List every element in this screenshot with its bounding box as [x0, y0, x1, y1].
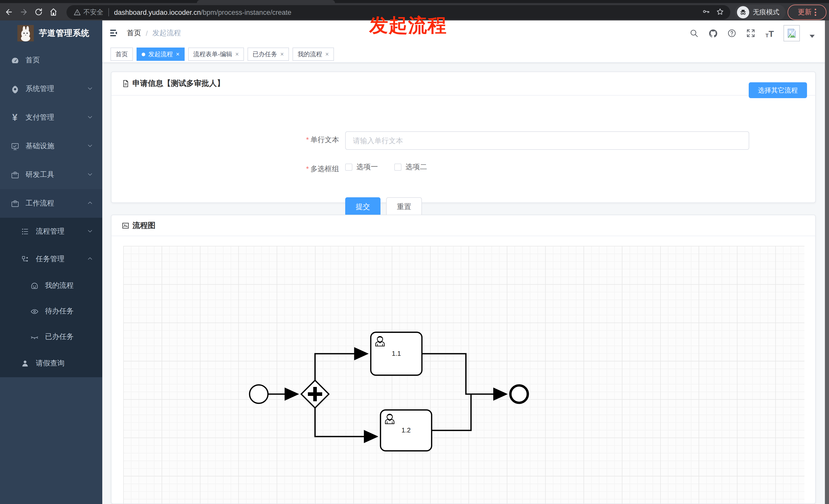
breadcrumb: 首页 / 发起流程 — [127, 29, 181, 38]
eye-closed-icon — [30, 333, 39, 341]
checkbox-option-2[interactable]: 选项二 — [394, 162, 427, 172]
sidebar-item-label: 工作流程 — [26, 199, 54, 208]
sidebar-item-label: 任务管理 — [36, 255, 65, 264]
tag-done-tasks[interactable]: 已办任务 × — [248, 47, 289, 61]
close-icon[interactable]: × — [176, 51, 180, 57]
tag-home[interactable]: 首页 — [110, 47, 133, 61]
flow-gateway-to-task2 — [315, 408, 376, 436]
breadcrumb-home[interactable]: 首页 — [127, 29, 141, 38]
update-button[interactable]: 更新 — [788, 5, 826, 20]
page: 不安全 dashboard.yudao.iocoder.cn/bpm/proce… — [0, 0, 829, 504]
flow-task1-to-end — [422, 354, 506, 394]
github-icon[interactable] — [708, 28, 718, 38]
text-field-label: *单行文本 — [283, 135, 339, 145]
single-line-text-input[interactable] — [345, 131, 749, 150]
sidebar-item-todo-tasks[interactable]: 待办任务 — [0, 299, 102, 324]
sidebar-item-leave-query[interactable]: 请假查询 — [0, 350, 102, 377]
flow-diagram-title: 流程图 — [133, 221, 155, 230]
flow-diagram-header: 流程图 — [111, 215, 815, 236]
close-icon[interactable]: × — [235, 51, 239, 57]
task-label: 1.1 — [392, 350, 401, 357]
required-asterisk: * — [306, 135, 309, 144]
sidebar-item-process-mgmt[interactable]: 流程管理 — [0, 218, 102, 245]
checkbox-icon[interactable] — [345, 163, 352, 171]
sidebar-item-label: 研发工具 — [26, 170, 54, 180]
sidebar-item-system[interactable]: 系统管理 — [0, 75, 102, 103]
sidebar-item-label: 待办任务 — [45, 307, 74, 316]
workflow-submenu: 流程管理 任务管理 我的流程 待办任务 — [0, 218, 102, 377]
sidebar-item-workflow[interactable]: 工作流程 — [0, 189, 102, 218]
bpmn-canvas[interactable]: 1.1 1.2 — [123, 246, 804, 503]
sidebar-item-payment[interactable]: ¥ 支付管理 — [0, 103, 102, 132]
browser-tab-strip — [0, 0, 829, 3]
hamburger-icon[interactable] — [109, 28, 119, 40]
security-chip[interactable]: 不安全 — [74, 8, 103, 17]
sidebar-item-task-mgmt[interactable]: 任务管理 — [0, 245, 102, 273]
chevron-up-icon — [87, 255, 93, 263]
sidebar: 芋道管理系统 首页 系统管理 ¥ 支付管理 基础设施 — [0, 21, 102, 504]
omnibox-divider — [108, 8, 109, 16]
apply-info-header: 申请信息【测试多审批人】 — [111, 72, 815, 95]
sidebar-item-infra[interactable]: 基础设施 — [0, 132, 102, 160]
tag-my-process[interactable]: 我的流程 × — [292, 47, 334, 61]
logo-avatar — [17, 25, 34, 41]
incognito-label: 无痕模式 — [753, 8, 780, 17]
sidebar-item-done-tasks[interactable]: 已办任务 — [0, 324, 102, 350]
search-icon[interactable] — [689, 28, 699, 38]
close-icon[interactable]: × — [325, 51, 329, 57]
eye-icon — [30, 307, 39, 316]
chevron-down-icon — [87, 114, 93, 122]
breadcrumb-separator: / — [146, 29, 148, 37]
bpmn-end-event[interactable] — [510, 385, 528, 403]
avatar[interactable] — [784, 25, 800, 41]
sidebar-item-my-process[interactable]: 我的流程 — [0, 273, 102, 299]
browser-active-tab[interactable] — [197, 0, 335, 3]
tag-create-process[interactable]: 发起流程 × — [137, 47, 185, 61]
sidebar-item-devtools[interactable]: 研发工具 — [0, 160, 102, 189]
apply-info-title: 申请信息【测试多审批人】 — [133, 79, 224, 88]
chevron-down-icon — [87, 228, 93, 236]
face-icon — [30, 281, 39, 290]
key-icon[interactable] — [702, 8, 710, 17]
bpmn-parallel-gateway[interactable] — [301, 380, 329, 408]
flow-gateway-to-task1 — [315, 354, 367, 380]
font-size-icon[interactable]: TT — [764, 28, 775, 38]
back-icon[interactable] — [3, 6, 15, 18]
sidebar-item-label: 支付管理 — [26, 113, 54, 122]
help-icon[interactable] — [727, 28, 737, 38]
toolbox-icon — [10, 170, 20, 179]
bpmn-user-task-2[interactable]: 1.2 — [381, 410, 432, 451]
sidebar-item-label: 首页 — [26, 56, 40, 65]
avatar-caret-icon[interactable] — [809, 35, 815, 38]
home-icon[interactable] — [47, 6, 59, 18]
bpmn-user-task-1[interactable]: 1.1 — [371, 332, 422, 375]
chevron-up-icon — [87, 199, 93, 207]
star-icon[interactable] — [716, 7, 724, 17]
chevron-down-icon — [87, 85, 93, 93]
checkbox-option-label: 选项二 — [405, 162, 427, 172]
close-icon[interactable]: × — [280, 51, 284, 57]
update-label: 更新 — [798, 8, 812, 17]
checkbox-option-1[interactable]: 选项一 — [345, 162, 378, 172]
page-scrollbar[interactable] — [825, 21, 829, 504]
fullscreen-icon[interactable] — [746, 28, 756, 38]
reload-icon[interactable] — [32, 6, 44, 18]
tag-form-edit[interactable]: 流程表单-编辑 × — [188, 47, 244, 61]
breadcrumb-current: 发起流程 — [152, 29, 181, 38]
app-logo[interactable]: 芋道管理系统 — [0, 21, 102, 46]
tag-label: 发起流程 — [148, 50, 173, 59]
choose-other-process-button[interactable]: 选择其它流程 — [749, 82, 807, 98]
tag-label: 已办任务 — [253, 50, 277, 59]
checkbox-icon[interactable] — [394, 163, 401, 171]
reset-button[interactable]: 重置 — [386, 197, 422, 216]
bpmn-start-event[interactable] — [250, 385, 268, 403]
tree-icon — [21, 228, 30, 236]
sidebar-item-home[interactable]: 首页 — [0, 46, 102, 75]
warning-icon — [74, 9, 81, 16]
task-label: 1.2 — [401, 426, 411, 434]
checkbox-option-label: 选项一 — [356, 162, 378, 172]
sidebar-item-label: 基础设施 — [26, 142, 54, 151]
submit-button[interactable]: 提交 — [345, 197, 381, 216]
toolbox-icon — [10, 199, 20, 208]
forward-icon[interactable] — [17, 6, 30, 18]
